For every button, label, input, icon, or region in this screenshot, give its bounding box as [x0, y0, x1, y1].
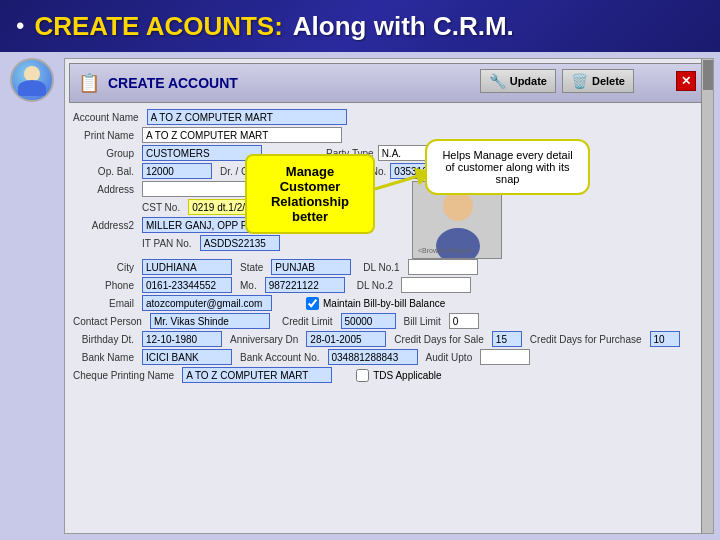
bill-limit-input[interactable] [449, 313, 479, 329]
delete-icon: 🗑️ [571, 73, 588, 89]
credit-days-sale-label: Credit Days for Sale [394, 334, 483, 345]
dl-no1-input[interactable] [408, 259, 478, 275]
avatar [10, 58, 54, 102]
cst-no-label: CST No. [142, 202, 180, 213]
scrollbar-thumb[interactable] [703, 60, 713, 90]
header-title-rest: Along with C.R.M. [293, 11, 514, 42]
cheque-printing-label: Cheque Printing Name [73, 370, 178, 381]
maintain-bb-label: Maintain Bill-by-bill Balance [323, 298, 445, 309]
bank-name-input[interactable] [142, 349, 232, 365]
audit-upto-label: Audit Upto [426, 352, 473, 363]
dl-no2-input[interactable] [401, 277, 471, 293]
address-label: Address [73, 184, 138, 195]
anniversary-input[interactable] [306, 331, 386, 347]
form-title-bar: 📋 CREATE ACCOUNT 🔧 Update 🗑️ Delete ✕ [69, 63, 709, 103]
tds-row: TDS Applicable [356, 369, 441, 382]
dl-no2-label: DL No.2 [357, 280, 393, 291]
op-bal-row: Op. Bal. Dr. / Cr. Dr.Cr. TIN No. [73, 163, 705, 179]
credit-days-sale-input[interactable] [492, 331, 522, 347]
print-name-row: Print Name [73, 127, 705, 143]
account-name-label: Account Name [73, 112, 143, 123]
dl-no1-label: DL No.1 [363, 262, 399, 273]
group-input[interactable] [142, 145, 262, 161]
email-label: Email [73, 298, 138, 309]
op-bal-label: Op. Bal. [73, 166, 138, 177]
svg-point-2 [443, 191, 473, 221]
browse-picture-text: <Browse Picture> [418, 247, 473, 254]
credit-days-purchase-input[interactable] [650, 331, 680, 347]
birthday-label: Birthday Dt. [73, 334, 138, 345]
callout-helps: Helps Manage every detail of customer al… [425, 139, 590, 195]
tds-checkbox[interactable] [356, 369, 369, 382]
left-panel [6, 58, 58, 534]
header-title-create: CREATE ACOUNTS: [34, 11, 282, 42]
close-button[interactable]: ✕ [676, 71, 696, 91]
phone-row: Phone Mo. DL No.2 [73, 277, 705, 293]
vertical-scrollbar[interactable] [701, 59, 713, 533]
print-name-input[interactable] [142, 127, 342, 143]
it-pan-row: IT PAN No. [142, 235, 386, 251]
state-label: State [240, 262, 263, 273]
cheque-row: Cheque Printing Name TDS Applicable [73, 367, 705, 383]
credit-limit-input[interactable] [341, 313, 396, 329]
credit-limit-label: Credit Limit [282, 316, 333, 327]
city-row: City State DL No.1 [73, 259, 705, 275]
main-content: 📋 CREATE ACCOUNT 🔧 Update 🗑️ Delete ✕ Ma… [0, 52, 720, 540]
form-title: CREATE ACCOUNT [108, 75, 238, 91]
email-row: Email Maintain Bill-by-bill Balance [73, 295, 705, 311]
group-row: Group Party Type ▼ [73, 145, 705, 161]
mobile-input[interactable] [265, 277, 345, 293]
bank-acc-label: Bank Account No. [240, 352, 320, 363]
callout-manage: Manage Customer Relationship better [245, 154, 375, 234]
account-name-input[interactable] [147, 109, 347, 125]
form-title-icon: 📋 [78, 72, 100, 94]
print-name-label: Print Name [73, 130, 138, 141]
it-pan-label: IT PAN No. [142, 238, 192, 249]
state-input[interactable] [271, 259, 351, 275]
mobile-label: Mo. [240, 280, 257, 291]
group-label: Group [73, 148, 138, 159]
phone-label: Phone [73, 280, 138, 291]
header-bar: • CREATE ACOUNTS: Along with C.R.M. [0, 0, 720, 52]
update-icon: 🔧 [489, 73, 506, 89]
city-label: City [73, 262, 138, 273]
form-section: Account Name Print Name Group Party Type… [69, 107, 709, 387]
credit-days-purchase-label: Credit Days for Purchase [530, 334, 642, 345]
audit-upto-input[interactable] [480, 349, 530, 365]
account-name-row: Account Name [73, 109, 705, 125]
bank-name-label: Bank Name [73, 352, 138, 363]
delete-button[interactable]: 🗑️ Delete [562, 69, 634, 93]
form-panel: 📋 CREATE ACCOUNT 🔧 Update 🗑️ Delete ✕ Ma… [64, 58, 714, 534]
maintain-bb-row: Maintain Bill-by-bill Balance [306, 297, 445, 310]
birthday-row: Birthday Dt. Anniversary Dn Credit Days … [73, 331, 705, 347]
two-col-section: Address CST No. Address2 I [73, 181, 705, 259]
toolbar: 🔧 Update 🗑️ Delete ✕ [476, 67, 700, 95]
contact-person-input[interactable] [150, 313, 270, 329]
anniversary-label: Anniversary Dn [230, 334, 298, 345]
it-pan-input[interactable] [200, 235, 280, 251]
birthday-input[interactable] [142, 331, 222, 347]
address2-label: Address2 [73, 220, 138, 231]
bank-acc-input[interactable] [328, 349, 418, 365]
update-button[interactable]: 🔧 Update [480, 69, 556, 93]
maintain-bb-checkbox[interactable] [306, 297, 319, 310]
phone-input[interactable] [142, 277, 232, 293]
contact-person-label: Contact Person [73, 316, 146, 327]
bullet-icon: • [16, 12, 24, 40]
bill-limit-label: Bill Limit [404, 316, 441, 327]
email-input[interactable] [142, 295, 272, 311]
bank-row: Bank Name Bank Account No. Audit Upto [73, 349, 705, 365]
city-input[interactable] [142, 259, 232, 275]
cheque-printing-input[interactable] [182, 367, 332, 383]
contact-row: Contact Person Credit Limit Bill Limit [73, 313, 705, 329]
tds-label: TDS Applicable [373, 370, 441, 381]
op-bal-input[interactable] [142, 163, 212, 179]
